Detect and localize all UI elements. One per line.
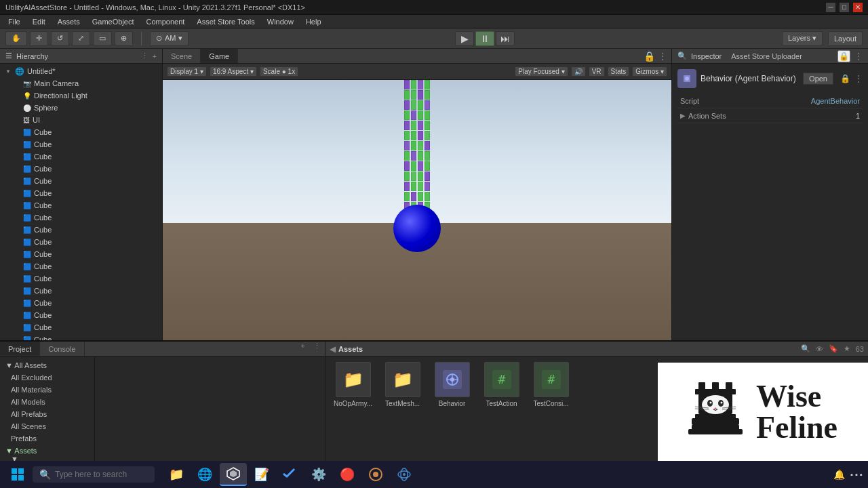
hierarchy-cube-16[interactable]: 🟦Cube bbox=[0, 309, 162, 321]
maximize-button[interactable]: □ bbox=[840, 3, 849, 12]
inspector-more2-icon[interactable]: ⋮ bbox=[854, 74, 863, 83]
asset-testconsideration[interactable]: # TestConsi... bbox=[529, 362, 573, 407]
hierarchy-main-camera[interactable]: 📷Main Camera bbox=[0, 77, 162, 89]
hierarchy-ui[interactable]: 🖼UI bbox=[0, 114, 162, 126]
close-button[interactable]: ✕ bbox=[853, 3, 863, 12]
inspector-more-icon[interactable]: ⋮ bbox=[854, 52, 863, 61]
hierarchy-cube-18[interactable]: 🟦Cube bbox=[0, 333, 162, 340]
tab-game[interactable]: Game bbox=[201, 49, 238, 63]
inspector-lock-icon[interactable]: 🔒 bbox=[837, 50, 850, 62]
assets-search-icon[interactable]: 🔍 bbox=[801, 344, 810, 353]
assets-bookmark-icon[interactable]: 🔖 bbox=[829, 344, 838, 353]
tab-console[interactable]: Console bbox=[40, 342, 84, 356]
asset-testaction[interactable]: # TestAction bbox=[479, 362, 524, 407]
scale-button[interactable]: Scale ● 1x bbox=[260, 66, 298, 77]
layout-button[interactable]: Layout bbox=[828, 31, 863, 46]
menu-file[interactable]: File bbox=[3, 16, 26, 27]
asset-behavior[interactable]: Behavior bbox=[430, 362, 474, 407]
hierarchy-cube-6[interactable]: 🟦Cube bbox=[0, 187, 162, 199]
rotate-tool[interactable]: ↺ bbox=[51, 31, 69, 46]
asset-store-uploader-label[interactable]: Asset Store Uploader bbox=[731, 52, 802, 60]
play-focused-button[interactable]: Play Focused ▾ bbox=[515, 66, 568, 77]
hierarchy-cube-11[interactable]: 🟦Cube bbox=[0, 248, 162, 260]
action-sets-row[interactable]: ▶ Action Sets 1 bbox=[677, 108, 863, 123]
hierarchy-sphere[interactable]: ⚪Sphere bbox=[0, 102, 162, 114]
hierarchy-cube-13[interactable]: 🟦Cube bbox=[0, 272, 162, 285]
step-button[interactable]: ⏭ bbox=[496, 31, 515, 46]
hierarchy-cube-8[interactable]: 🟦Cube bbox=[0, 211, 162, 224]
hierarchy-cube-10[interactable]: 🟦Cube bbox=[0, 236, 162, 248]
asset-nooparmywisefeline[interactable]: 📁 NoOpArmy... bbox=[331, 362, 375, 407]
hierarchy-cube-14[interactable]: 🟦Cube bbox=[0, 285, 162, 297]
rect-tool[interactable]: ▭ bbox=[93, 31, 112, 46]
hierarchy-menu[interactable]: ⋮ bbox=[141, 52, 149, 60]
pause-button[interactable]: ⏸ bbox=[475, 31, 494, 46]
mute-button[interactable]: 🔊 bbox=[571, 66, 586, 77]
move-tool[interactable]: ✛ bbox=[30, 31, 48, 46]
folder-all-prefabs[interactable]: All Prefabs bbox=[0, 408, 94, 420]
open-button[interactable]: Open bbox=[803, 73, 833, 85]
assets-eye-icon[interactable]: 👁 bbox=[816, 345, 823, 353]
pivot-button[interactable]: ⊙ AM ▾ bbox=[150, 31, 189, 46]
taskbar-app-settings[interactable]: ⚙️ bbox=[305, 463, 332, 486]
taskbar-app-target[interactable] bbox=[362, 463, 389, 486]
start-button[interactable] bbox=[5, 463, 30, 486]
gizmos-button[interactable]: Gizmos ▾ bbox=[632, 66, 667, 77]
taskbar-app-red[interactable]: 🔴 bbox=[334, 463, 361, 486]
folder-all-assets[interactable]: ▼ All Assets bbox=[0, 359, 94, 371]
taskbar-app-terminal[interactable]: 📝 bbox=[248, 463, 275, 486]
menu-edit[interactable]: Edit bbox=[27, 16, 51, 27]
hierarchy-cube-15[interactable]: 🟦Cube bbox=[0, 297, 162, 309]
vr-button[interactable]: VR bbox=[589, 66, 605, 77]
tab-scene[interactable]: Scene bbox=[163, 49, 201, 63]
taskbar-app-explorer[interactable]: 📁 bbox=[163, 463, 190, 486]
menu-component[interactable]: Component bbox=[140, 16, 190, 27]
display-button[interactable]: Display 1 ▾ bbox=[167, 66, 207, 77]
hierarchy-cube-5[interactable]: 🟦Cube bbox=[0, 175, 162, 187]
hierarchy-cube-1[interactable]: 🟦Cube bbox=[0, 126, 162, 138]
folder-all-scenes[interactable]: All Scenes bbox=[0, 420, 94, 432]
hierarchy-untitled[interactable]: ▼ 🌐 Untitled* bbox=[0, 65, 162, 77]
layers-button[interactable]: Layers ▾ bbox=[782, 31, 823, 46]
taskbar-search[interactable]: 🔍 bbox=[33, 466, 155, 483]
inspector-lock2-icon[interactable]: 🔒 bbox=[840, 74, 850, 83]
hierarchy-cube-12[interactable]: 🟦Cube bbox=[0, 260, 162, 272]
hierarchy-cube-17[interactable]: 🟦Cube bbox=[0, 321, 162, 333]
panel-lock-icon[interactable]: 🔒 bbox=[644, 51, 655, 62]
hierarchy-cube-2[interactable]: 🟦Cube bbox=[0, 138, 162, 150]
menu-assetstore[interactable]: Asset Store Tools bbox=[191, 16, 260, 27]
menu-help[interactable]: Help bbox=[300, 16, 327, 27]
hierarchy-cube-7[interactable]: 🟦Cube bbox=[0, 199, 162, 211]
minimize-button[interactable]: ─ bbox=[826, 3, 835, 12]
folder-all-models[interactable]: All Models bbox=[0, 396, 94, 408]
play-button[interactable]: ▶ bbox=[455, 31, 474, 46]
hierarchy-cube-9[interactable]: 🟦Cube bbox=[0, 224, 162, 236]
assets-triangle-icon[interactable]: ◀ bbox=[330, 344, 336, 354]
menu-gameobject[interactable]: GameObject bbox=[87, 16, 140, 27]
hand-tool[interactable]: ✋ bbox=[5, 31, 27, 46]
tab-project[interactable]: Project bbox=[0, 342, 40, 356]
aspect-button[interactable]: 16:9 Aspect ▾ bbox=[210, 66, 257, 77]
taskbar-app-blue[interactable] bbox=[391, 463, 418, 486]
project-more-icon[interactable]: ⋮ bbox=[309, 342, 325, 356]
hierarchy-cube-4[interactable]: 🟦Cube bbox=[0, 163, 162, 175]
project-add-icon[interactable]: + bbox=[297, 342, 309, 356]
menu-assets[interactable]: Assets bbox=[52, 16, 85, 27]
taskbar-app-vscode[interactable] bbox=[277, 463, 304, 486]
stats-button[interactable]: Stats bbox=[608, 66, 630, 77]
hierarchy-add[interactable]: + bbox=[153, 52, 157, 60]
folder-prefabs[interactable]: Prefabs bbox=[0, 432, 94, 445]
panel-more-icon[interactable]: ⋮ bbox=[658, 51, 667, 62]
assets-star-icon[interactable]: ★ bbox=[844, 344, 850, 353]
menu-window[interactable]: Window bbox=[262, 16, 299, 27]
folder-all-materials[interactable]: All Materials bbox=[0, 384, 94, 396]
taskbar-notification-icon[interactable]: 🔔 bbox=[833, 469, 845, 480]
taskbar-app-unity[interactable] bbox=[220, 463, 247, 486]
hierarchy-cube-3[interactable]: 🟦Cube bbox=[0, 150, 162, 163]
folder-all-excluded[interactable]: All Excluded bbox=[0, 371, 94, 384]
scale-tool[interactable]: ⤢ bbox=[72, 31, 90, 46]
transform-tool[interactable]: ⊕ bbox=[115, 31, 133, 46]
asset-textmeshpro[interactable]: 📁 TextMesh... bbox=[380, 362, 425, 407]
taskbar-app-edge[interactable]: 🌐 bbox=[191, 463, 218, 486]
taskbar-search-input[interactable] bbox=[55, 470, 143, 479]
